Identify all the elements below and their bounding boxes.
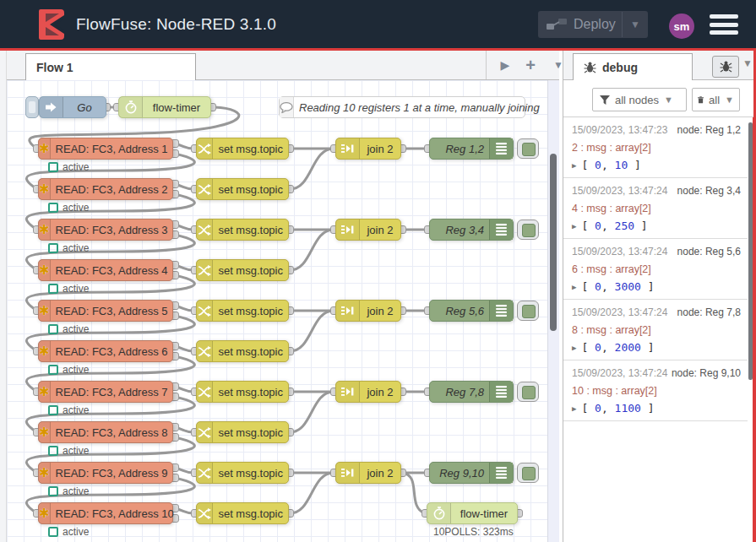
flow-timer-node[interactable]: flow-timer [118, 96, 211, 118]
change-node[interactable]: set msg.topic [196, 178, 289, 200]
wire[interactable] [290, 473, 334, 513]
debug-node-label: Reg 7,8 [430, 386, 489, 398]
message-meta: 4 : msg : array[2] [572, 203, 741, 214]
deploy-label: Deploy [574, 17, 616, 32]
wire[interactable] [290, 311, 334, 351]
tab-flow-1[interactable]: Flow 1 [25, 53, 196, 80]
change-node[interactable]: set msg.topic [196, 259, 289, 281]
debug-toggle-button[interactable] [517, 220, 539, 240]
join-node[interactable]: join 2 [335, 462, 401, 484]
flow-canvas[interactable]: Goflow-timerReading 10 registers 1 at a … [7, 80, 559, 542]
status-text: active [63, 364, 89, 376]
debug-toggle-button[interactable] [517, 301, 539, 321]
modbus-read-node[interactable]: ✱READ: FC3, Address 4 [38, 259, 173, 281]
modbus-read-node[interactable]: ✱READ: FC3, Address 1 [38, 138, 173, 160]
join-node[interactable]: join 2 [335, 219, 401, 241]
message-source-node[interactable]: node: Reg 3,4 [677, 185, 741, 197]
expand-caret-icon[interactable]: ▶ [572, 283, 576, 291]
add-flow-button[interactable]: + [519, 54, 541, 76]
deploy-caret-icon[interactable]: ▼ [622, 12, 640, 37]
expand-caret-icon[interactable]: ▶ [572, 222, 576, 230]
join-node[interactable]: join 2 [335, 138, 401, 160]
list-icon [489, 220, 513, 240]
wire[interactable] [290, 149, 334, 189]
debug-filter-button[interactable]: all nodes ▼ [592, 88, 687, 111]
shuffle-icon [197, 220, 213, 240]
modbus-read-node[interactable]: ✱READ: FC3, Address 8 [38, 421, 173, 443]
bug-icon [584, 62, 596, 73]
modbus-read-node[interactable]: ✱READ: FC3, Address 2 [38, 178, 173, 200]
next-tab-button[interactable]: ▶ [494, 54, 516, 76]
change-node-label: set msg.topic [213, 264, 288, 277]
node-status: active [48, 202, 89, 214]
deploy-button[interactable]: Deploy ▼ [538, 11, 648, 38]
modbus-read-node[interactable]: ✱READ: FC3, Address 6 [38, 340, 173, 362]
debug-node[interactable]: Reg 3,4 [429, 219, 514, 241]
message-source-node[interactable]: node: Reg 9,10 [672, 367, 741, 379]
join-icon [336, 463, 360, 483]
user-avatar[interactable]: sm [669, 14, 694, 39]
debug-toggle-button[interactable] [517, 463, 539, 483]
change-node[interactable]: set msg.topic [196, 300, 289, 322]
message-source-node[interactable]: node: Reg 7,8 [677, 306, 741, 318]
message-payload: ▶[ 0, 10 ] [572, 159, 741, 171]
join-node[interactable]: join 2 [335, 300, 401, 322]
debug-node[interactable]: Reg 1,2 [429, 138, 514, 160]
inject-node-go[interactable]: Go [39, 96, 106, 118]
node-status: active [48, 323, 89, 335]
debug-message: 15/09/2023, 13:47:24node: Reg 3,44 : msg… [563, 178, 748, 239]
modbus-read-node[interactable]: ✱READ: FC3, Address 5 [38, 300, 173, 322]
funnel-icon [600, 95, 610, 105]
debug-toggle-button[interactable] [517, 382, 539, 402]
message-meta: 2 : msg : array[2] [572, 142, 741, 154]
modbus-read-node-label: READ: FC3, Address 6 [51, 345, 173, 358]
flow-timer-node-bottom[interactable]: flow-timer [427, 502, 518, 524]
join-node[interactable]: join 2 [335, 381, 401, 403]
message-timestamp: 15/09/2023, 13:47:24 [572, 185, 667, 197]
modbus-icon: ✱ [39, 382, 51, 402]
debug-toggle-button[interactable] [517, 138, 539, 159]
wire[interactable] [402, 473, 425, 513]
inject-button[interactable] [25, 96, 39, 118]
change-node[interactable]: set msg.topic [196, 138, 289, 160]
modbus-icon: ✱ [39, 220, 51, 240]
debug-filter-toggle-button[interactable] [712, 56, 739, 78]
change-node[interactable]: set msg.topic [196, 381, 289, 403]
message-timestamp: 15/09/2023, 13:47:24 [572, 306, 667, 318]
list-icon [489, 463, 513, 483]
change-node-label: set msg.topic [213, 386, 288, 398]
debug-tab-label: debug [602, 61, 638, 74]
comment-bubble-icon [280, 97, 294, 117]
modbus-read-node[interactable]: ✱READ: FC3, Address 3 [38, 219, 173, 241]
status-text: active [63, 242, 89, 254]
message-source-node[interactable]: node: Reg 5,6 [677, 246, 741, 257]
main-menu-button[interactable] [710, 14, 738, 35]
expand-caret-icon[interactable]: ▶ [572, 404, 576, 413]
debug-node[interactable]: Reg 5,6 [429, 300, 514, 322]
tab-debug[interactable]: debug [573, 53, 693, 81]
modbus-read-node[interactable]: ✱READ: FC3, Address 9 [38, 462, 173, 484]
modbus-icon: ✱ [39, 301, 51, 321]
wire[interactable] [290, 230, 334, 270]
message-payload: ▶[ 0, 250 ] [572, 220, 741, 232]
debug-node[interactable]: Reg 7,8 [429, 381, 514, 403]
change-node[interactable]: set msg.topic [196, 340, 289, 362]
debug-scrollbar-thumb[interactable] [748, 122, 753, 380]
message-source-node[interactable]: node: Reg 1,2 [677, 124, 741, 136]
wire[interactable] [290, 392, 334, 432]
workspace-tabbar: Flow 1 ▶ + ▼ [7, 51, 559, 80]
modbus-read-node[interactable]: ✱READ: FC3, Address 7 [38, 381, 173, 403]
modbus-read-node-label: READ: FC3, Address 4 [51, 264, 173, 277]
node-status: active [48, 283, 89, 295]
change-node[interactable]: set msg.topic [196, 462, 289, 484]
comment-node[interactable]: Reading 10 registers 1 at a time, manual… [279, 96, 525, 118]
modbus-read-node[interactable]: ✱READ: FC3, Address 10 [38, 502, 173, 524]
debug-node[interactable]: Reg 9,10 [429, 462, 514, 484]
change-node[interactable]: set msg.topic [196, 421, 289, 443]
change-node[interactable]: set msg.topic [196, 219, 289, 241]
debug-clear-button[interactable]: all ▼ [692, 88, 740, 111]
expand-caret-icon[interactable]: ▶ [572, 161, 576, 170]
sidebar-menu-caret-icon[interactable]: ▼ [742, 57, 753, 69]
expand-caret-icon[interactable]: ▶ [572, 344, 576, 352]
change-node[interactable]: set msg.topic [196, 502, 289, 524]
